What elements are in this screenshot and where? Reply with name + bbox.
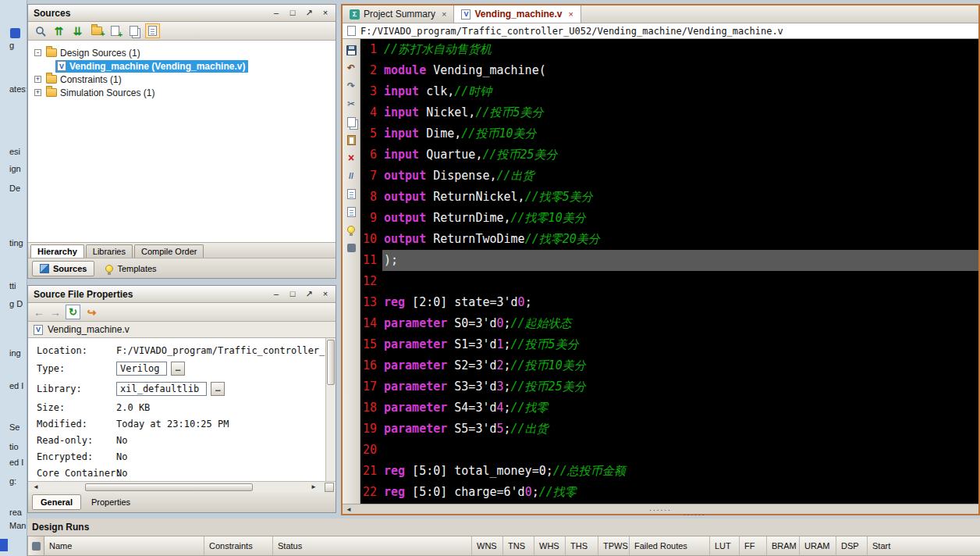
expand-expander-icon[interactable]: + (34, 89, 41, 96)
sources-titlebar[interactable]: Sources –□↗× (28, 5, 336, 22)
tree-item[interactable]: +Constraints (1) (28, 73, 336, 86)
go-to-source-icon[interactable]: ↪ (84, 305, 99, 319)
duplicate-icon[interactable] (126, 23, 141, 38)
browse-button[interactable]: … (211, 382, 225, 396)
editor-tab-vending-machine-v[interactable]: VVending_machine.v× (454, 5, 581, 23)
tree-item[interactable]: VVending_machine (Vending_machine.v) (28, 59, 336, 73)
tree-item[interactable]: +Simulation Sources (1) (28, 86, 336, 99)
tab-libraries[interactable]: Libraries (86, 244, 133, 258)
column-header-wns[interactable]: WNS (472, 536, 503, 555)
column-header-status[interactable]: Status (273, 536, 472, 555)
outdent-icon[interactable] (345, 205, 357, 218)
code-line[interactable]: 10output ReturnTwoDime//找零20美分 (360, 229, 978, 250)
column-header-tns[interactable]: TNS (503, 536, 534, 555)
report-icon[interactable] (145, 23, 160, 38)
gear-icon[interactable] (32, 542, 41, 551)
code-line[interactable]: 4input Nickel,//投币5美分 (360, 102, 978, 123)
column-header-whs[interactable]: WHS (534, 536, 566, 555)
create-file-icon[interactable] (108, 23, 123, 38)
properties-vscrollbar[interactable] (325, 338, 336, 481)
code-line[interactable]: 3input clk,//时钟 (360, 81, 978, 102)
property-value-input[interactable]: xil_defaultlib (116, 382, 207, 396)
code-line[interactable]: 17parameter S3=3'd3;//投币25美分 (360, 376, 978, 397)
code-line[interactable]: 13reg [2:0] state=3'd0; (360, 292, 978, 313)
close-button[interactable]: × (321, 289, 330, 299)
close-tab-icon[interactable]: × (569, 9, 573, 19)
syntax-check-icon[interactable] (345, 223, 357, 236)
scroll-left-icon[interactable]: ◄ (343, 506, 355, 513)
close-button[interactable]: × (321, 8, 330, 18)
code-line[interactable]: 11); (360, 250, 978, 271)
minimize-button[interactable]: – (272, 289, 281, 299)
code-line[interactable]: 14parameter S0=3'd0;//起始状态 (360, 313, 978, 334)
maximize-button[interactable]: □ (288, 289, 297, 299)
code-line[interactable]: 12 (360, 271, 978, 292)
scroll-right-icon[interactable]: ► (307, 483, 320, 490)
settings-icon[interactable] (345, 241, 357, 254)
editor-tab-project-summary[interactable]: ΣProject Summary× (343, 5, 454, 23)
restore-size-icon[interactable] (325, 483, 334, 492)
column-header-bram[interactable]: BRAM (767, 536, 800, 555)
add-sources-icon[interactable] (89, 23, 104, 38)
cut-icon[interactable]: ✂ (345, 98, 357, 110)
scrollbar-track[interactable] (42, 483, 307, 492)
code-line[interactable]: 9output ReturnDime,//找零10美分 (360, 208, 978, 229)
scroll-left-icon[interactable]: ◄ (30, 483, 42, 490)
column-header-failed-routes[interactable]: Failed Routes (630, 536, 710, 555)
code-line[interactable]: 15parameter S1=3'd1;//投币5美分 (360, 334, 978, 355)
code-line[interactable]: 18parameter S4=3'd4;//找零 (360, 397, 978, 419)
column-header-ths[interactable]: THS (566, 536, 598, 555)
code-line[interactable]: 16parameter S2=3'd2;//投币10美分 (360, 355, 978, 376)
code-line[interactable]: 6input Quartue,//投币25美分 (360, 144, 978, 166)
redo-icon[interactable]: ↷ (345, 80, 357, 92)
copy-icon[interactable] (345, 116, 357, 128)
code-line[interactable]: 1//苏打水自动售货机 (360, 39, 978, 60)
code-line[interactable]: 8output ReturnNickel,//找零5美分 (360, 187, 978, 208)
toggle-comment-icon[interactable]: // (345, 169, 357, 182)
column-header-start[interactable]: Start (868, 536, 980, 555)
column-header-ff[interactable]: FF (740, 536, 767, 555)
code-line[interactable]: 2module Vending_machine( (360, 60, 978, 81)
undo-icon[interactable]: ↶ (345, 62, 357, 74)
maximize-button[interactable]: □ (288, 8, 297, 18)
minimize-button[interactable]: – (272, 8, 281, 18)
tab-compile-order[interactable]: Compile Order (134, 244, 204, 258)
tab-hierarchy[interactable]: Hierarchy (30, 244, 84, 258)
column-header-uram[interactable]: URAM (800, 536, 836, 555)
code-line[interactable]: 19parameter S5=3'd5;//出货 (360, 419, 978, 440)
tab-general[interactable]: General (32, 494, 81, 510)
tree-item[interactable]: -Design Sources (1) (28, 46, 336, 59)
splitter-handle-icon[interactable]: ∙∙∙∙∙∙ (609, 511, 780, 519)
float-button[interactable]: ↗ (304, 8, 314, 18)
properties-hscrollbar[interactable]: ◄ ► (28, 481, 336, 492)
column-header-tpws[interactable]: TPWS (598, 536, 630, 555)
column-header-constraints[interactable]: Constraints (204, 536, 273, 555)
search-icon[interactable] (33, 23, 48, 38)
forward-icon[interactable]: → (49, 306, 62, 319)
close-tab-icon[interactable]: × (442, 9, 446, 19)
property-value-input[interactable]: Verilog (116, 362, 167, 376)
collapse-expander-icon[interactable]: - (34, 49, 41, 56)
collapse-all-icon[interactable]: ⇈ (51, 23, 66, 38)
code-editor[interactable]: 1//苏打水自动售货机2module Vending_machine(3inpu… (360, 39, 978, 504)
browse-button[interactable]: … (171, 362, 185, 376)
tab-templates[interactable]: Templates (98, 262, 163, 276)
save-icon[interactable] (345, 44, 357, 56)
column-header-lut[interactable]: LUT (710, 536, 740, 555)
back-icon[interactable]: ← (33, 306, 45, 319)
code-line[interactable]: 21reg [5:0] total_money=0;//总投币金额 (360, 461, 978, 482)
expand-all-icon[interactable]: ⇊ (70, 23, 85, 38)
code-line[interactable]: 7output Dispense,//出货 (360, 166, 978, 187)
paste-icon[interactable] (345, 134, 357, 146)
column-header-dsp[interactable]: DSP (836, 536, 868, 555)
float-button[interactable]: ↗ (304, 289, 314, 299)
indent-icon[interactable] (345, 187, 357, 200)
scrollbar-thumb[interactable] (85, 483, 253, 491)
column-header-name[interactable]: Name (44, 536, 204, 555)
code-line[interactable]: 20 (360, 440, 978, 461)
tab-sources[interactable]: Sources (32, 261, 94, 276)
tab-properties[interactable]: Properties (83, 495, 138, 509)
delete-icon[interactable]: × (345, 151, 357, 164)
expand-expander-icon[interactable]: + (34, 76, 41, 83)
properties-titlebar[interactable]: Source File Properties –□↗× (28, 286, 336, 303)
